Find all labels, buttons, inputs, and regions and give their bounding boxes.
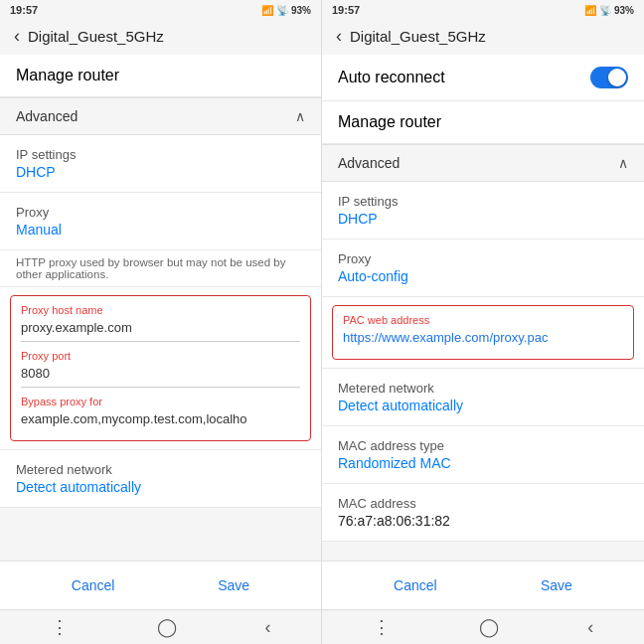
left-proxy-desc: HTTP proxy used by browser but may not b…	[0, 250, 321, 287]
right-bottom-buttons: Cancel Save	[322, 561, 644, 609]
left-advanced-chevron: ∧	[295, 108, 305, 124]
left-advanced-label: Advanced	[16, 108, 78, 124]
left-ip-settings-value: DHCP	[16, 164, 305, 180]
right-ip-settings-value: DHCP	[338, 211, 628, 227]
left-status-bar: 19:57 📶 📡 93%	[0, 0, 321, 18]
left-time: 19:57	[10, 4, 38, 16]
right-proxy-row[interactable]: Proxy Auto-config	[322, 240, 644, 297]
left-metered-label: Metered network	[16, 462, 305, 477]
wifi-icon: 📶	[261, 5, 273, 16]
right-home-icon[interactable]: ◯	[479, 616, 499, 638]
right-metered-network-row[interactable]: Metered network Detect automatically	[322, 369, 644, 426]
right-back-nav-icon[interactable]: ‹	[587, 617, 593, 638]
right-metered-value: Detect automatically	[338, 398, 628, 413]
left-advanced-header[interactable]: Advanced ∧	[0, 97, 321, 135]
right-status-bar: 19:57 📶 📡 93%	[322, 0, 644, 18]
left-nav-bottom: ⋮ ◯ ‹	[0, 609, 321, 644]
right-auto-reconnect-toggle[interactable]	[590, 67, 628, 88]
right-back-button[interactable]: ‹	[336, 26, 342, 47]
left-proxy-fields-group[interactable]: Proxy host name proxy.example.com Proxy …	[10, 295, 311, 441]
right-advanced-header[interactable]: Advanced ∧	[322, 144, 644, 182]
right-mac-address-label: MAC address	[338, 496, 628, 511]
left-bypass-label: Bypass proxy for	[21, 396, 300, 407]
right-battery-text: 93%	[614, 5, 634, 16]
left-cancel-button[interactable]: Cancel	[52, 571, 135, 599]
left-proxy-label: Proxy	[16, 205, 305, 220]
left-proxy-port-value[interactable]: 8080	[21, 366, 300, 388]
right-manage-router-label: Manage router	[338, 113, 441, 130]
right-pac-label: PAC web address	[343, 314, 623, 326]
left-status-icons: 📶 📡 93%	[261, 5, 311, 16]
left-back-nav-icon[interactable]: ‹	[265, 617, 271, 638]
left-ip-settings-row[interactable]: IP settings DHCP	[0, 135, 321, 193]
right-advanced-chevron: ∧	[618, 155, 628, 171]
right-mac-address-row: MAC address 76:a7:a8:06:31:82	[322, 484, 644, 542]
left-save-button[interactable]: Save	[198, 571, 269, 599]
right-ip-settings-label: IP settings	[338, 194, 628, 209]
right-mac-type-label: MAC address type	[338, 438, 628, 453]
right-ip-settings-row[interactable]: IP settings DHCP	[322, 182, 644, 240]
left-metered-network-row[interactable]: Metered network Detect automatically	[0, 450, 321, 508]
battery-text: 93%	[291, 5, 311, 16]
right-mac-type-row[interactable]: MAC address type Randomized MAC	[322, 426, 644, 484]
left-menu-icon[interactable]: ⋮	[51, 616, 69, 638]
right-cancel-button[interactable]: Cancel	[374, 571, 457, 599]
left-proxy-value: Manual	[16, 222, 305, 238]
left-proxy-host-label: Proxy host name	[21, 304, 300, 316]
right-mac-address-value: 76:a7:a8:06:31:82	[338, 513, 628, 529]
right-pac-value[interactable]: https://www.example.com/proxy.pac	[343, 330, 623, 351]
right-auto-reconnect-row[interactable]: Auto reconnect	[322, 55, 644, 101]
right-toggle-knob	[608, 69, 626, 86]
right-nav-bar: ‹ Digital_Guest_5GHz	[322, 18, 644, 55]
left-metered-value: Detect automatically	[16, 479, 305, 495]
right-content: Auto reconnect Manage router Advanced ∧ …	[322, 55, 644, 561]
left-nav-bar: ‹ Digital_Guest_5GHz	[0, 18, 321, 55]
left-proxy-host-value[interactable]: proxy.example.com	[21, 320, 300, 342]
right-metered-label: Metered network	[338, 381, 628, 396]
right-advanced-label: Advanced	[338, 155, 400, 171]
signal-icon: 📡	[276, 5, 288, 16]
right-menu-icon[interactable]: ⋮	[373, 616, 391, 638]
left-back-button[interactable]: ‹	[14, 26, 20, 47]
right-save-button[interactable]: Save	[521, 571, 592, 599]
left-manage-router-row[interactable]: Manage router	[0, 55, 321, 97]
left-home-icon[interactable]: ◯	[157, 616, 177, 638]
right-signal-icon: 📡	[599, 5, 611, 16]
left-ip-settings-label: IP settings	[16, 147, 305, 162]
right-auto-reconnect-label: Auto reconnect	[338, 69, 445, 86]
left-bypass-value[interactable]: example.com,mycomp.test.com,localho	[21, 411, 300, 432]
right-status-icons: 📶 📡 93%	[584, 5, 634, 16]
left-content: Manage router Advanced ∧ IP settings DHC…	[0, 55, 321, 561]
right-manage-router-row[interactable]: Manage router	[322, 101, 644, 144]
right-pac-field-group[interactable]: PAC web address https://www.example.com/…	[332, 305, 634, 360]
left-bottom-buttons: Cancel Save	[0, 561, 321, 609]
left-proxy-row[interactable]: Proxy Manual	[0, 193, 321, 250]
right-wifi-icon: 📶	[584, 5, 596, 16]
left-panel: 19:57 📶 📡 93% ‹ Digital_Guest_5GHz Manag…	[0, 0, 322, 644]
right-time: 19:57	[332, 4, 360, 16]
right-mac-type-value: Randomized MAC	[338, 455, 628, 471]
left-nav-title: Digital_Guest_5GHz	[28, 28, 164, 45]
right-proxy-value: Auto-config	[338, 268, 628, 284]
right-proxy-label: Proxy	[338, 251, 628, 266]
left-manage-router-label: Manage router	[16, 67, 119, 83]
right-panel: 19:57 📶 📡 93% ‹ Digital_Guest_5GHz Auto …	[322, 0, 644, 644]
left-proxy-port-label: Proxy port	[21, 350, 300, 362]
right-nav-bottom: ⋮ ◯ ‹	[322, 609, 644, 644]
right-nav-title: Digital_Guest_5GHz	[350, 28, 486, 45]
